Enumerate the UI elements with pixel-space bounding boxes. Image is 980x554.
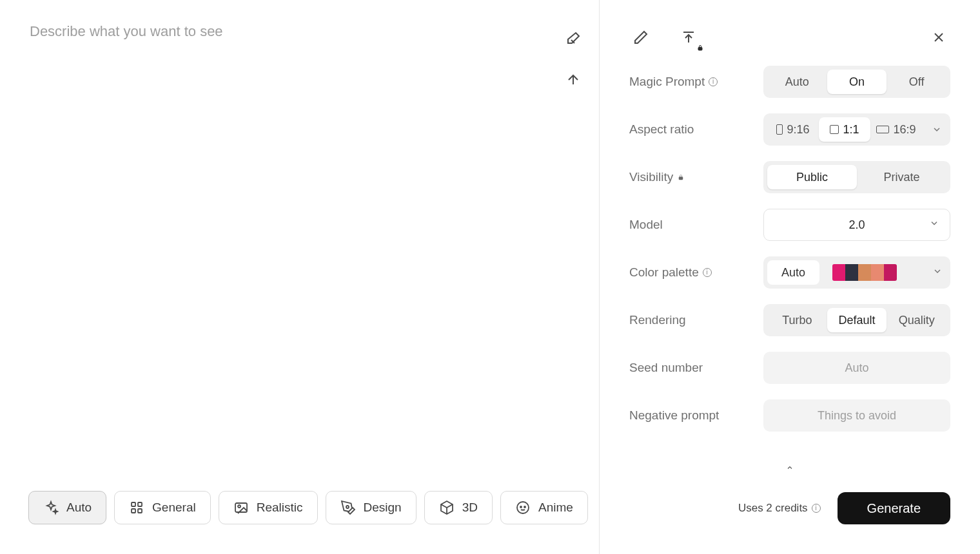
seed-label: Seed number (629, 361, 703, 375)
color-palette-swatches[interactable] (832, 264, 897, 281)
svg-point-5 (238, 505, 240, 508)
aspect-169[interactable]: 16:9 (870, 117, 922, 142)
magic-prompt-segment: Auto On Off (763, 66, 950, 98)
svg-point-7 (517, 502, 529, 513)
magic-prompt-off[interactable]: Off (887, 70, 946, 94)
rendering-turbo[interactable]: Turbo (767, 308, 827, 332)
style-chip-label: Auto (66, 501, 92, 515)
info-icon[interactable]: i (709, 77, 718, 86)
style-chip-anime[interactable]: Anime (500, 491, 588, 524)
swatch-4 (884, 264, 897, 281)
svg-point-8 (520, 506, 522, 508)
footer: Uses 2 creditsi Generate (600, 492, 980, 554)
aspect-916[interactable]: 9:16 (767, 117, 819, 142)
edit-icon[interactable] (629, 26, 652, 49)
negative-prompt-input[interactable] (763, 399, 950, 432)
lock-icon (677, 173, 685, 181)
style-chip-design[interactable]: Design (326, 491, 416, 524)
visibility-label: Visibility (629, 170, 673, 184)
upload-locked-icon[interactable] (677, 26, 700, 49)
model-label: Model (629, 218, 663, 232)
lock-icon (696, 44, 704, 52)
row-rendering: Rendering Turbo Default Quality (629, 304, 950, 336)
rendering-default[interactable]: Default (827, 308, 887, 332)
row-model: Model 2.0 (629, 209, 950, 241)
row-visibility: Visibility Public Private (629, 161, 950, 193)
pen-tool-icon (340, 500, 356, 515)
rendering-label: Rendering (629, 313, 686, 327)
svg-rect-2 (132, 509, 135, 513)
svg-rect-0 (132, 502, 135, 506)
magic-prompt-on[interactable]: On (827, 70, 887, 94)
style-chip-row: Auto General Realistic Design 3D Anime (28, 491, 588, 524)
style-chip-label: 3D (462, 501, 478, 515)
prompt-input[interactable] (0, 0, 534, 554)
aspect-ratio-expand[interactable] (931, 124, 943, 135)
svg-rect-11 (679, 177, 683, 180)
row-seed: Seed number (629, 352, 950, 384)
style-chip-label: Realistic (257, 501, 303, 515)
svg-point-6 (346, 506, 349, 508)
style-chip-auto[interactable]: Auto (28, 491, 106, 524)
aspect-ratio-label: Aspect ratio (629, 122, 694, 137)
square-icon (830, 125, 839, 134)
row-negative-prompt: Negative prompt (629, 399, 950, 432)
info-icon[interactable]: i (703, 268, 712, 277)
arrow-up-icon[interactable] (562, 68, 585, 91)
model-select[interactable]: 2.0 (763, 209, 950, 241)
aspect-ratio-segment: 9:16 1:1 16:9 (763, 113, 950, 146)
magic-prompt-label: Magic Prompt (629, 75, 705, 89)
magic-prompt-auto[interactable]: Auto (767, 70, 827, 94)
portrait-icon (776, 124, 783, 135)
grid-icon (129, 500, 144, 515)
row-magic-prompt: Magic Prompti Auto On Off (629, 66, 950, 98)
svg-point-9 (524, 506, 525, 508)
rendering-segment: Turbo Default Quality (763, 304, 950, 336)
swatch-2 (858, 264, 871, 281)
photo-icon (233, 500, 249, 515)
color-palette-label: Color palette (629, 265, 699, 280)
style-chip-label: Anime (538, 501, 573, 515)
negative-prompt-label: Negative prompt (629, 408, 719, 423)
style-chip-general[interactable]: General (114, 491, 211, 524)
aspect-11[interactable]: 1:1 (819, 117, 870, 142)
visibility-segment: Public Private (763, 161, 950, 193)
svg-rect-1 (138, 502, 142, 506)
swatch-3 (871, 264, 884, 281)
rendering-quality[interactable]: Quality (887, 308, 946, 332)
visibility-public[interactable]: Public (767, 165, 857, 189)
color-palette-auto[interactable]: Auto (767, 260, 819, 285)
close-icon[interactable] (927, 26, 950, 49)
model-value: 2.0 (848, 218, 865, 232)
row-aspect-ratio: Aspect ratio 9:16 1:1 16:9 (629, 113, 950, 146)
face-icon (515, 500, 531, 515)
svg-rect-3 (138, 509, 142, 513)
cube-icon (439, 500, 455, 515)
color-palette-control: Auto (763, 256, 950, 289)
color-palette-expand[interactable] (932, 266, 943, 280)
style-chip-3d[interactable]: 3D (424, 491, 493, 524)
landscape-icon (876, 126, 889, 133)
prompt-panel: Auto General Realistic Design 3D Anime (0, 0, 600, 554)
swatch-0 (832, 264, 845, 281)
collapse-settings-icon[interactable] (782, 460, 798, 475)
eraser-icon[interactable] (562, 27, 585, 50)
row-color-palette: Color palettei Auto (629, 256, 950, 289)
style-chip-label: Design (364, 501, 402, 515)
generate-button[interactable]: Generate (838, 492, 950, 524)
visibility-private[interactable]: Private (857, 165, 946, 189)
sparkles-icon (43, 500, 59, 515)
swatch-1 (845, 264, 858, 281)
seed-input[interactable] (763, 352, 950, 384)
svg-rect-10 (698, 48, 702, 51)
credits-text: Uses 2 credits (738, 502, 808, 515)
info-icon[interactable]: i (812, 504, 821, 513)
chevron-down-icon (929, 218, 939, 232)
style-chip-label: General (152, 501, 196, 515)
settings-panel: Magic Prompti Auto On Off Aspect ratio 9… (600, 0, 980, 554)
style-chip-realistic[interactable]: Realistic (219, 491, 318, 524)
